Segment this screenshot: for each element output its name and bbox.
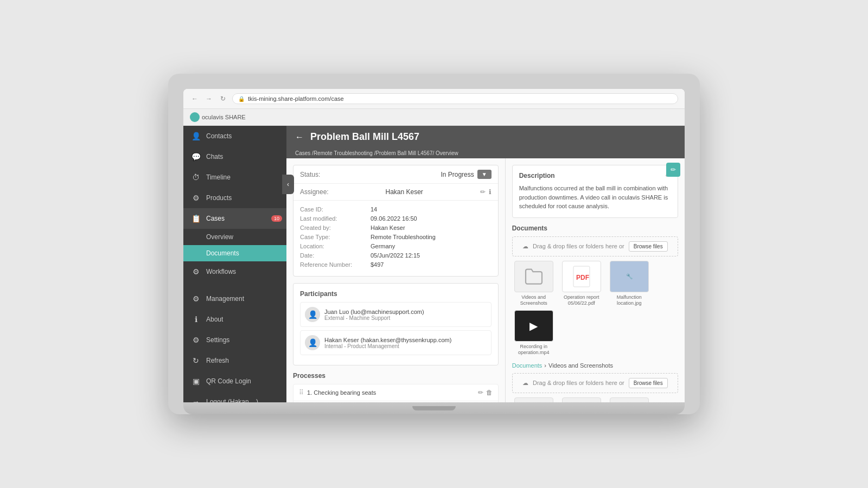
detail-row-date: Date: 05/Jun/2022 12:15 — [300, 252, 492, 259]
documents-title: Documents — [512, 224, 678, 232]
browser-back-btn[interactable]: ← — [190, 94, 200, 104]
svg-text:PDF: PDF — [576, 274, 589, 281]
content-area: ← Problem Ball Mill L4567 Cases /Remote … — [286, 126, 685, 402]
participants-card-body: Participants 👤 Juan Luo (luo@machinesupp… — [293, 284, 498, 365]
page-header: ← Problem Ball Mill L4567 — [286, 126, 685, 148]
case-info-card: Status: In Progress ▼ Assignee: Hakan Ke… — [293, 165, 499, 277]
sidebar-item-label: Workflows — [206, 268, 236, 275]
browse-files-btn[interactable]: Browse files — [629, 241, 668, 252]
file-thumb-pdf: PDF — [562, 261, 601, 292]
detail-row-case-type: Case Type: Remote Troubleshooting — [300, 234, 492, 240]
overview-label: Overview — [206, 233, 233, 241]
description-card: Description ✏ Malfunctions occurred at t… — [512, 165, 678, 218]
docs-breadcrumb: Documents › Videos and Screenshots — [512, 362, 678, 369]
app-body: ‹ 👤 Contacts 💬 Chats ⏱ Timeline ⚙ — [183, 126, 685, 402]
sidebar-item-label: Products — [206, 194, 232, 202]
status-dropdown-btn[interactable]: ▼ — [477, 170, 492, 179]
participant-name-1: Juan Luo (luo@machinesupport.com) — [324, 309, 487, 315]
sidebar-item-contacts[interactable]: 👤 Contacts — [183, 126, 286, 146]
browser-refresh-btn[interactable]: ↻ — [218, 94, 228, 104]
docs-breadcrumb-child: Videos and Screenshots — [548, 362, 613, 369]
last-modified-value: 09.06.2022 16:50 — [371, 215, 417, 222]
settings-icon: ⚙ — [191, 335, 201, 345]
file-item-pdf[interactable]: PDF Operation report 05/06/22.pdf — [560, 261, 603, 306]
status-label: Status: — [300, 171, 320, 178]
file-thumb-folder — [514, 261, 553, 292]
drop-zone[interactable]: ☁ Drag & drop files or folders here or B… — [512, 236, 678, 256]
browser-url-bar[interactable]: 🔒 tkis-mining.share-platform.com/case — [232, 93, 678, 104]
sidebar-item-workflows[interactable]: ⚙ Workflows — [183, 261, 286, 282]
sidebar-sub-item-documents[interactable]: Documents 10 — [183, 245, 286, 261]
participant-name-2: Hakan Keser (hakan.keser@thyssenkrupp.co… — [324, 337, 487, 343]
two-col-layout: Status: In Progress ▼ Assignee: Hakan Ke… — [286, 158, 685, 402]
participant-avatar-1: 👤 — [305, 307, 320, 322]
browse-files-sub-btn[interactable]: Browse files — [629, 378, 668, 388]
sidebar-item-products[interactable]: ⚙ Products — [183, 188, 286, 208]
reference-value: $497 — [371, 261, 384, 268]
file-item-jpg[interactable]: 🔧 Malfunction location.jpg — [608, 261, 651, 306]
sidebar-item-chats[interactable]: 💬 Chats — [183, 146, 286, 167]
sidebar-item-qr-code[interactable]: ▣ QR Code Login — [183, 371, 286, 391]
description-header: Description ✏ — [519, 172, 671, 179]
sub-file-item-3[interactable] — [608, 397, 651, 402]
created-by-value: Hakan Keser — [371, 224, 405, 231]
process-edit-btn-1[interactable]: ✏ — [478, 389, 483, 396]
file-item-folder[interactable]: Videos and Screenshots — [512, 261, 556, 306]
file-name-jpg: Malfunction location.jpg — [608, 294, 651, 306]
participant-avatar-2: 👤 — [305, 335, 320, 350]
about-icon: ℹ — [191, 314, 201, 324]
edit-fab-btn[interactable]: ✏ — [666, 163, 680, 177]
oculavis-logo-icon — [190, 112, 200, 122]
sidebar-item-refresh[interactable]: ↻ Refresh — [183, 350, 286, 371]
browser-forward-btn[interactable]: → — [204, 94, 214, 104]
last-modified-label: Last modified: — [300, 215, 365, 222]
status-value: In Progress — [441, 171, 474, 178]
sidebar-item-cases[interactable]: 📋 Cases 10 — [183, 208, 286, 229]
participant-item-1: 👤 Juan Luo (luo@machinesupport.com) Exte… — [300, 302, 492, 327]
sidebar-bottom-label: Settings — [206, 336, 229, 344]
page-title: Problem Ball Mill L4567 — [310, 131, 419, 143]
documents-label: Documents — [206, 249, 239, 257]
processes-section: Processes ⠿ 1. Checking bearing seats ✏ — [293, 372, 499, 402]
date-value: 05/Jun/2022 12:15 — [371, 252, 420, 259]
process-delete-btn-1[interactable]: 🗑 — [486, 389, 493, 396]
assignee-value: Hakan Keser — [386, 188, 423, 196]
sidebar-item-management[interactable]: ⚙ Management — [183, 288, 286, 309]
file-thumb-jpg: 🔧 — [610, 261, 649, 292]
sidebar-collapse-btn[interactable]: ‹ — [282, 175, 294, 194]
refresh-icon: ↻ — [191, 356, 201, 365]
assignee-edit-btn[interactable]: ✏ — [480, 188, 486, 196]
right-column: ✏ Description ✏ Malfunctions occurred at… — [506, 158, 685, 402]
file-thumb-video: ▶ — [514, 310, 553, 342]
detail-row-created-by: Created by: Hakan Keser — [300, 224, 492, 231]
management-icon: ⚙ — [191, 294, 201, 304]
description-text: Malfunctions occurred at the ball mill i… — [519, 184, 671, 211]
sidebar-item-about[interactable]: ℹ About — [183, 309, 286, 330]
file-item-video[interactable]: ▶ Recording in operation.mp4 — [512, 310, 556, 356]
file-name-video: Recording in operation.mp4 — [512, 344, 556, 356]
docs-breadcrumb-root[interactable]: Documents — [512, 362, 542, 369]
drop-zone-text: Drag & drop files or folders here or — [533, 243, 624, 249]
process-drag-handle-1[interactable]: ⠿ — [299, 389, 304, 396]
sidebar-item-timeline[interactable]: ⏱ Timeline — [183, 167, 286, 188]
app-logo: oculavis SHARE — [190, 112, 246, 122]
sub-file-item-2[interactable] — [560, 397, 603, 402]
file-name-pdf: Operation report 05/06/22.pdf — [560, 294, 603, 306]
documents-section: Documents ☁ Drag & drop files or folders… — [512, 224, 678, 356]
products-icon: ⚙ — [191, 193, 201, 203]
process-item-1: ⠿ 1. Checking bearing seats ✏ 🗑 — [293, 384, 499, 402]
page-back-btn[interactable]: ← — [295, 132, 304, 142]
case-type-value: Remote Troubleshooting — [371, 234, 436, 240]
detail-row-reference: Reference Number: $497 — [300, 261, 492, 268]
sidebar-item-settings[interactable]: ⚙ Settings — [183, 330, 286, 350]
sidebar-bottom-label: QR Code Login — [206, 377, 251, 385]
sub-file-grid — [512, 397, 678, 402]
drop-zone-sub[interactable]: ☁ Drag & drop files or folders here or B… — [512, 373, 678, 393]
assignee-info-btn[interactable]: ℹ — [489, 188, 492, 196]
sidebar-item-logout[interactable]: → Logout (Hakan ...) — [183, 391, 286, 402]
sidebar-sub-item-overview[interactable]: Overview — [183, 229, 286, 245]
timeline-icon: ⏱ — [191, 172, 201, 182]
sub-file-item-1[interactable] — [512, 397, 556, 402]
app-header: oculavis SHARE — [183, 109, 685, 126]
sub-file-thumb-2 — [562, 397, 601, 402]
